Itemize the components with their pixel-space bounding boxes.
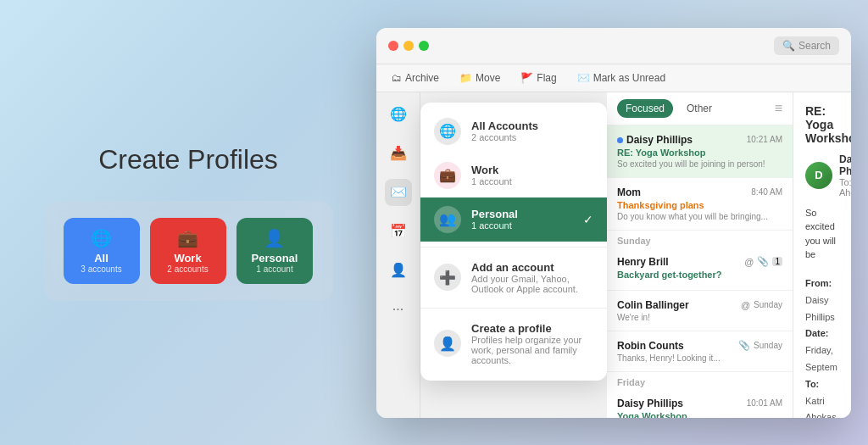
from-label: From: bbox=[805, 278, 832, 288]
personal-account-subtitle: 1 account bbox=[471, 220, 573, 231]
subject-yoga: RE: Yoga Workshop bbox=[617, 147, 782, 158]
flag-button[interactable]: 🚩 Flag bbox=[515, 70, 561, 86]
sidebar: 🌐 📥 ✉️ 📅 👤 ··· bbox=[376, 92, 420, 418]
mail-list-header: Focused Other ≡ bbox=[607, 92, 793, 125]
at-icon: @ bbox=[744, 257, 754, 267]
attachment-icon-robin: 📎 bbox=[738, 340, 750, 351]
time-robin: Sunday bbox=[754, 341, 782, 350]
all-accounts-name: All Accounts bbox=[471, 120, 593, 132]
subject-daisy2: Yoga Workshop bbox=[617, 411, 782, 418]
archive-button[interactable]: 🗂 Archive bbox=[387, 70, 444, 86]
close-button[interactable] bbox=[388, 41, 398, 51]
date-label: Date: bbox=[805, 328, 829, 338]
detail-subject: RE: Yoga Workshop bbox=[805, 104, 839, 145]
profile-btn-work[interactable]: 💼 Work 2 accounts bbox=[150, 218, 226, 284]
subject-mom: Thanksgiving plans bbox=[617, 200, 782, 210]
profiles-card: 🌐 All 3 accounts 💼 Work 2 accounts 👤 Per… bbox=[43, 201, 334, 301]
detail-avatar: D bbox=[805, 162, 832, 189]
search-bar[interactable]: 🔍 Search bbox=[774, 36, 839, 55]
search-label: Search bbox=[798, 40, 831, 52]
filter-icon[interactable]: ≡ bbox=[775, 101, 782, 116]
mail-item-henry[interactable]: Henry Brill @ 📎 1 Backyard get-together? bbox=[607, 248, 793, 291]
sidebar-mail-icon[interactable]: ✉️ bbox=[385, 179, 412, 206]
detail-body-preview: So excited you will be bbox=[805, 206, 839, 262]
personal-label: Personal bbox=[252, 252, 298, 264]
checkmark-icon: ✓ bbox=[583, 213, 593, 226]
flag-icon: 🚩 bbox=[520, 72, 533, 84]
detail-body: So excited you will be From: Daisy Phill… bbox=[805, 206, 839, 418]
time-mom: 8:40 AM bbox=[751, 187, 782, 197]
work-count: 2 accounts bbox=[167, 264, 208, 274]
mac-window: 🔍 Search 🗂 Archive 📁 Move 🚩 Flag ✉️ Mark… bbox=[376, 28, 851, 418]
to-label: To: bbox=[805, 379, 819, 389]
other-tab[interactable]: Other bbox=[678, 99, 721, 118]
personal-count: 1 account bbox=[256, 264, 292, 274]
all-count: 3 accounts bbox=[81, 264, 121, 274]
mark-unread-icon: ✉️ bbox=[577, 72, 590, 84]
fullscreen-button[interactable] bbox=[419, 41, 429, 51]
sidebar-contacts-icon[interactable]: 👤 bbox=[385, 257, 412, 284]
sidebar-more-icon[interactable]: ··· bbox=[385, 296, 412, 323]
titlebar: 🔍 Search bbox=[376, 28, 851, 64]
work-account-icon: 💼 bbox=[434, 162, 461, 189]
sidebar-inbox-icon[interactable]: 📥 bbox=[385, 140, 412, 167]
dropdown-personal[interactable]: 👥 Personal 1 account ✓ bbox=[420, 197, 607, 242]
to-value: Katri Ahokas <ka bbox=[805, 396, 837, 418]
mark-unread-button[interactable]: ✉️ Mark as Unread bbox=[572, 70, 670, 86]
dropdown-add-account[interactable]: ➕ Add an account Add your Gmail, Yahoo, … bbox=[420, 253, 607, 303]
preview-mom: Do you know what you will be bringing... bbox=[617, 212, 782, 221]
work-account-subtitle: 1 account bbox=[471, 176, 593, 186]
at-icon-colin: @ bbox=[741, 300, 750, 310]
sender-daisy: Daisy Phillips bbox=[617, 134, 693, 146]
personal-account-name: Personal bbox=[471, 208, 573, 220]
dropdown-work[interactable]: 💼 Work 1 account bbox=[420, 153, 607, 197]
mail-item-robin[interactable]: Robin Counts 📎 Sunday Thanks, Henry! Loo… bbox=[607, 331, 793, 372]
mail-columns: Focused Other ≡ Daisy Phillips 10:21 AM … bbox=[607, 92, 851, 418]
profile-btn-all[interactable]: 🌐 All 3 accounts bbox=[64, 218, 140, 284]
all-label: All bbox=[94, 252, 108, 264]
dropdown-all-accounts[interactable]: 🌐 All Accounts 2 accounts bbox=[420, 109, 607, 153]
sender-henry: Henry Brill bbox=[617, 256, 669, 268]
from-value: Daisy Phillips bbox=[805, 295, 835, 322]
sidebar-accounts-icon[interactable]: 🌐 bbox=[385, 101, 412, 128]
add-account-icon: ➕ bbox=[434, 264, 461, 291]
dropdown-create-profile[interactable]: 👤 Create a profile Profiles help organiz… bbox=[420, 314, 607, 374]
personal-account-icon: 👥 bbox=[434, 206, 461, 233]
time-colin: Sunday bbox=[754, 300, 782, 309]
detail-sender-name: Daisy Phillips bbox=[839, 153, 851, 177]
work-icon: 💼 bbox=[177, 228, 198, 248]
focused-tab[interactable]: Focused bbox=[617, 99, 673, 118]
preview-colin: We're in! bbox=[617, 313, 782, 322]
move-button[interactable]: 📁 Move bbox=[454, 70, 505, 86]
add-account-desc: Add your Gmail, Yahoo, Outlook or Apple … bbox=[471, 274, 593, 294]
mail-list: Focused Other ≡ Daisy Phillips 10:21 AM … bbox=[607, 92, 793, 418]
mail-item-daisy[interactable]: Daisy Phillips 10:21 AM RE: Yoga Worksho… bbox=[607, 125, 793, 178]
sidebar-calendar-icon[interactable]: 📅 bbox=[385, 218, 412, 245]
all-accounts-subtitle: 2 accounts bbox=[471, 132, 593, 142]
mail-item-colin[interactable]: Colin Ballinger @ Sunday We're in! bbox=[607, 291, 793, 331]
mail-item-daisy2[interactable]: Daisy Phillips 10:01 AM Yoga Workshop bbox=[607, 389, 793, 418]
create-profile-desc: Profiles help organize your work, person… bbox=[471, 335, 593, 365]
mac-body: 🌐 📥 ✉️ 📅 👤 ··· 🌐 All Accounts 2 accounts bbox=[376, 92, 851, 418]
work-account-name: Work bbox=[471, 164, 593, 176]
preview-robin: Thanks, Henry! Looking it... bbox=[617, 353, 782, 363]
minimize-button[interactable] bbox=[403, 41, 414, 51]
sender-mom: Mom bbox=[617, 186, 641, 198]
count-badge: 1 bbox=[772, 257, 782, 266]
detail-to: To: Katri Ahokas bbox=[839, 177, 851, 197]
subject-henry: Backyard get-together? bbox=[617, 270, 782, 280]
page-title: Create Profiles bbox=[98, 144, 278, 175]
mail-item-mom[interactable]: Mom 8:40 AM Thanksgiving plans Do you kn… bbox=[607, 178, 793, 231]
work-label: Work bbox=[174, 252, 201, 264]
date-value: Friday, Septem bbox=[805, 345, 837, 372]
personal-icon: 👤 bbox=[264, 228, 285, 248]
dropdown-divider-2 bbox=[420, 308, 607, 309]
left-panel: Create Profiles 🌐 All 3 accounts 💼 Work … bbox=[0, 110, 376, 335]
accounts-dropdown: 🌐 All Accounts 2 accounts 💼 Work 1 accou… bbox=[420, 103, 607, 381]
profile-btn-personal[interactable]: 👤 Personal 1 account bbox=[236, 218, 314, 284]
create-profile-title: Create a profile bbox=[471, 322, 593, 335]
dropdown-divider-1 bbox=[420, 247, 607, 248]
search-icon: 🔍 bbox=[782, 40, 795, 52]
mail-detail: RE: Yoga Workshop D Daisy Phillips To: K… bbox=[793, 92, 851, 418]
time-daisy2: 10:01 AM bbox=[747, 398, 782, 408]
